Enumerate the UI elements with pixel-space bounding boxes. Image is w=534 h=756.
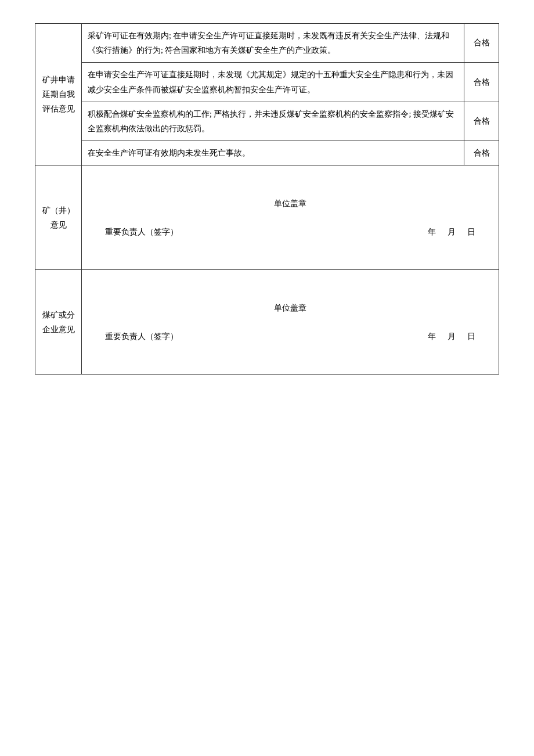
section1-header: 矿井申请延期自我评估意见 — [35, 24, 82, 165]
section3-year: 年 — [428, 329, 436, 344]
section2-signature-label: 重要负责人（签字） — [105, 225, 178, 239]
coal-opinion-row: 煤矿或分企业意见 单位盖章 重要负责人（签字） 年 月 日 — [35, 270, 499, 375]
section3-date: 年 月 日 — [428, 329, 475, 344]
section2-unit-seal: 单位盖章 — [274, 196, 306, 211]
section3-header: 煤矿或分企业意见 — [35, 270, 82, 375]
table-row-3: 积极配合煤矿安全监察机构的工作; 严格执行，并未违反煤矿安全监察机构的安全监察指… — [35, 102, 499, 141]
section3-unit-seal: 单位盖章 — [274, 301, 306, 315]
section3-month: 月 — [448, 329, 456, 344]
table-row-4: 在安全生产许可证有效期内未发生死亡事故。 合格 — [35, 141, 499, 165]
table-row-1: 矿井申请延期自我评估意见 采矿许可证在有效期内; 在申请安全生产许可证直接延期时… — [35, 24, 499, 63]
row4-result: 合格 — [464, 141, 499, 165]
section2-year: 年 — [428, 225, 436, 239]
section2-content: 单位盖章 重要负责人（签字） 年 月 日 — [82, 165, 499, 270]
bottom-spacer — [35, 375, 499, 491]
section2-day: 日 — [467, 225, 475, 239]
row3-result: 合格 — [464, 102, 499, 141]
section3-content: 单位盖章 重要负责人（签字） 年 月 日 — [82, 270, 499, 375]
row3-content: 积极配合煤矿安全监察机构的工作; 严格执行，并未违反煤矿安全监察机构的安全监察指… — [82, 102, 464, 141]
row2-content: 在申请安全生产许可证直接延期时，未发现《尤其规定》规定的十五种重大安全生产隐患和… — [82, 63, 464, 102]
section3-day: 日 — [467, 329, 475, 344]
row4-content: 在安全生产许可证有效期内未发生死亡事故。 — [82, 141, 464, 165]
section2-signature-line: 重要负责人（签字） 年 月 日 — [88, 225, 493, 239]
row1-content: 采矿许可证在有效期内; 在申请安全生产许可证直接延期时，未发既有违反有关安全生产… — [82, 24, 464, 63]
mine-opinion-row: 矿（井）意见 单位盖章 重要负责人（签字） 年 月 日 — [35, 165, 499, 270]
row2-result: 合格 — [464, 63, 499, 102]
section2-date: 年 月 日 — [428, 225, 475, 239]
section3-signature-line: 重要负责人（签字） 年 月 日 — [88, 329, 493, 344]
section2-month: 月 — [448, 225, 456, 239]
row1-result: 合格 — [464, 24, 499, 63]
section2-header: 矿（井）意见 — [35, 165, 82, 270]
main-form-table: 矿井申请延期自我评估意见 采矿许可证在有效期内; 在申请安全生产许可证直接延期时… — [35, 23, 499, 375]
table-row-2: 在申请安全生产许可证直接延期时，未发现《尤其规定》规定的十五种重大安全生产隐患和… — [35, 63, 499, 102]
section3-signature-label: 重要负责人（签字） — [105, 329, 178, 344]
